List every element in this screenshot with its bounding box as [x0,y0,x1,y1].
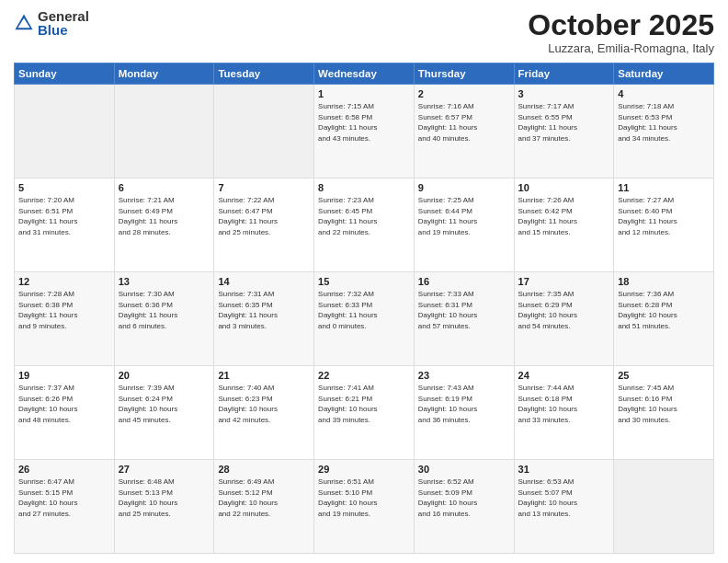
header-saturday: Saturday [614,63,714,85]
logo-blue: Blue [38,23,89,37]
day-info: Sunrise: 7:22 AM Sunset: 6:47 PM Dayligh… [218,195,310,237]
day-info: Sunrise: 7:32 AM Sunset: 6:33 PM Dayligh… [318,289,410,331]
table-row: 16Sunrise: 7:33 AM Sunset: 6:31 PM Dayli… [414,272,514,366]
calendar-table: Sunday Monday Tuesday Wednesday Thursday… [14,63,714,554]
logo-general: General [38,9,89,23]
table-row: 28Sunrise: 6:49 AM Sunset: 5:12 PM Dayli… [214,460,314,554]
day-number: 26 [18,464,110,475]
table-row: 30Sunrise: 6:52 AM Sunset: 5:09 PM Dayli… [414,460,514,554]
page-title: October 2025 [528,9,714,41]
calendar-week-3: 12Sunrise: 7:28 AM Sunset: 6:38 PM Dayli… [15,272,714,366]
header-sunday: Sunday [15,63,115,85]
page: General Blue October 2025 Luzzara, Emili… [0,0,728,563]
day-number: 1 [318,88,410,99]
day-info: Sunrise: 6:51 AM Sunset: 5:10 PM Dayligh… [318,477,410,519]
table-row: 11Sunrise: 7:27 AM Sunset: 6:40 PM Dayli… [614,178,714,272]
table-row: 17Sunrise: 7:35 AM Sunset: 6:29 PM Dayli… [514,272,614,366]
table-row: 22Sunrise: 7:41 AM Sunset: 6:21 PM Dayli… [314,366,415,460]
day-number: 16 [418,276,510,287]
day-number: 2 [418,88,510,99]
day-info: Sunrise: 7:15 AM Sunset: 6:58 PM Dayligh… [318,101,410,144]
day-number: 21 [218,370,310,381]
header-friday: Friday [514,63,614,85]
day-number: 6 [119,182,210,193]
header-monday: Monday [114,63,214,85]
day-info: Sunrise: 7:44 AM Sunset: 6:18 PM Dayligh… [518,383,610,425]
header-tuesday: Tuesday [214,63,314,85]
day-info: Sunrise: 7:23 AM Sunset: 6:45 PM Dayligh… [318,195,410,237]
table-row: 20Sunrise: 7:39 AM Sunset: 6:24 PM Dayli… [114,366,214,460]
table-row: 10Sunrise: 7:26 AM Sunset: 6:42 PM Dayli… [514,178,614,272]
table-row [15,85,115,178]
day-number: 25 [618,370,710,381]
day-number: 11 [618,182,710,193]
day-number: 28 [218,464,310,475]
day-info: Sunrise: 6:47 AM Sunset: 5:15 PM Dayligh… [18,477,110,519]
day-info: Sunrise: 7:28 AM Sunset: 6:38 PM Dayligh… [18,289,110,331]
table-row: 14Sunrise: 7:31 AM Sunset: 6:35 PM Dayli… [214,272,314,366]
day-info: Sunrise: 6:53 AM Sunset: 5:07 PM Dayligh… [518,477,610,519]
day-number: 24 [518,370,610,381]
day-info: Sunrise: 7:16 AM Sunset: 6:57 PM Dayligh… [418,101,510,144]
header: General Blue October 2025 Luzzara, Emili… [14,9,714,55]
day-info: Sunrise: 7:18 AM Sunset: 6:53 PM Dayligh… [618,101,710,144]
day-number: 15 [318,276,410,287]
table-row: 15Sunrise: 7:32 AM Sunset: 6:33 PM Dayli… [314,272,415,366]
table-row: 8Sunrise: 7:23 AM Sunset: 6:45 PM Daylig… [314,178,415,272]
table-row: 27Sunrise: 6:48 AM Sunset: 5:13 PM Dayli… [114,460,214,554]
day-info: Sunrise: 7:25 AM Sunset: 6:44 PM Dayligh… [418,195,510,237]
table-row: 21Sunrise: 7:40 AM Sunset: 6:23 PM Dayli… [214,366,314,460]
day-number: 14 [218,276,310,287]
day-number: 17 [518,276,610,287]
day-info: Sunrise: 7:17 AM Sunset: 6:55 PM Dayligh… [518,101,610,144]
day-info: Sunrise: 7:36 AM Sunset: 6:28 PM Dayligh… [618,289,710,331]
day-number: 3 [518,88,610,99]
day-info: Sunrise: 7:45 AM Sunset: 6:16 PM Dayligh… [618,383,710,425]
day-info: Sunrise: 7:26 AM Sunset: 6:42 PM Dayligh… [518,195,610,237]
calendar-week-5: 26Sunrise: 6:47 AM Sunset: 5:15 PM Dayli… [15,460,714,554]
day-number: 22 [318,370,410,381]
calendar-week-1: 1Sunrise: 7:15 AM Sunset: 6:58 PM Daylig… [15,85,714,178]
table-row: 5Sunrise: 7:20 AM Sunset: 6:51 PM Daylig… [15,178,115,272]
table-row [114,85,214,178]
table-row: 13Sunrise: 7:30 AM Sunset: 6:36 PM Dayli… [114,272,214,366]
table-row [614,460,714,554]
day-info: Sunrise: 7:27 AM Sunset: 6:40 PM Dayligh… [618,195,710,237]
table-row: 23Sunrise: 7:43 AM Sunset: 6:19 PM Dayli… [414,366,514,460]
day-info: Sunrise: 7:41 AM Sunset: 6:21 PM Dayligh… [318,383,410,425]
table-row: 31Sunrise: 6:53 AM Sunset: 5:07 PM Dayli… [514,460,614,554]
day-info: Sunrise: 7:43 AM Sunset: 6:19 PM Dayligh… [418,383,510,425]
day-number: 31 [518,464,610,475]
table-row: 3Sunrise: 7:17 AM Sunset: 6:55 PM Daylig… [514,85,614,178]
day-info: Sunrise: 7:35 AM Sunset: 6:29 PM Dayligh… [518,289,610,331]
day-number: 10 [518,182,610,193]
day-number: 4 [618,88,710,99]
header-wednesday: Wednesday [314,63,415,85]
header-thursday: Thursday [414,63,514,85]
table-row: 4Sunrise: 7:18 AM Sunset: 6:53 PM Daylig… [614,85,714,178]
day-info: Sunrise: 7:39 AM Sunset: 6:24 PM Dayligh… [119,383,210,425]
day-info: Sunrise: 7:30 AM Sunset: 6:36 PM Dayligh… [119,289,210,331]
day-number: 8 [318,182,410,193]
table-row: 19Sunrise: 7:37 AM Sunset: 6:26 PM Dayli… [15,366,115,460]
calendar-week-2: 5Sunrise: 7:20 AM Sunset: 6:51 PM Daylig… [15,178,714,272]
day-info: Sunrise: 7:21 AM Sunset: 6:49 PM Dayligh… [119,195,210,237]
table-row: 2Sunrise: 7:16 AM Sunset: 6:57 PM Daylig… [414,85,514,178]
day-number: 12 [18,276,110,287]
day-info: Sunrise: 6:49 AM Sunset: 5:12 PM Dayligh… [218,477,310,519]
day-number: 29 [318,464,410,475]
logo: General Blue [14,9,89,37]
table-row: 9Sunrise: 7:25 AM Sunset: 6:44 PM Daylig… [414,178,514,272]
day-number: 20 [119,370,210,381]
day-number: 30 [418,464,510,475]
day-info: Sunrise: 6:52 AM Sunset: 5:09 PM Dayligh… [418,477,510,519]
subtitle: Luzzara, Emilia-Romagna, Italy [528,41,714,55]
table-row: 18Sunrise: 7:36 AM Sunset: 6:28 PM Dayli… [614,272,714,366]
logo-text: General Blue [38,9,89,37]
day-info: Sunrise: 7:37 AM Sunset: 6:26 PM Dayligh… [18,383,110,425]
table-row: 6Sunrise: 7:21 AM Sunset: 6:49 PM Daylig… [114,178,214,272]
day-number: 23 [418,370,510,381]
day-number: 18 [618,276,710,287]
day-info: Sunrise: 7:40 AM Sunset: 6:23 PM Dayligh… [218,383,310,425]
title-block: October 2025 Luzzara, Emilia-Romagna, It… [528,9,714,55]
